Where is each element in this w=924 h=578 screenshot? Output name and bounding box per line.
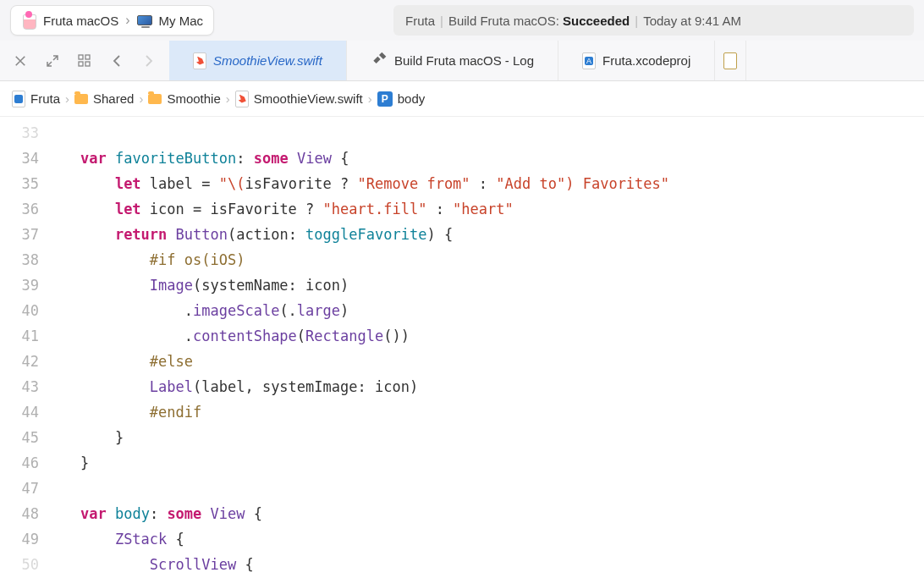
- line-number: 39: [0, 272, 46, 298]
- line-number: 36: [0, 196, 46, 222]
- chevron-right-icon: ›: [65, 91, 69, 106]
- property-icon: P: [377, 91, 393, 107]
- line-number: 33: [0, 120, 46, 146]
- close-icon[interactable]: [12, 52, 29, 69]
- code-line[interactable]: [46, 476, 924, 501]
- breadcrumb-file[interactable]: SmoothieView.swift: [254, 91, 363, 106]
- svg-rect-3: [85, 62, 90, 66]
- line-number: 48: [0, 501, 46, 526]
- status-build-label: Build Fruta macOS:: [448, 14, 559, 28]
- expand-icon[interactable]: [44, 52, 61, 69]
- swift-file-icon: [235, 91, 249, 107]
- line-number: 37: [0, 222, 46, 247]
- toolbar: Fruta macOS › My Mac Fruta | Build Fruta…: [0, 0, 924, 41]
- line-number: 35: [0, 171, 46, 196]
- chevron-right-icon: ›: [368, 91, 372, 106]
- scheme-name: Fruta macOS: [43, 14, 118, 28]
- activity-status[interactable]: Fruta | Build Fruta macOS: Succeeded | T…: [393, 5, 914, 36]
- code-line[interactable]: var body: some View {: [46, 501, 924, 526]
- separator: |: [440, 14, 443, 28]
- code-area[interactable]: var favoriteButton: some View { let labe…: [46, 117, 924, 578]
- status-app: Fruta: [405, 14, 435, 28]
- tab-label: SmoothieView.swift: [213, 53, 322, 68]
- mac-icon: [137, 15, 152, 25]
- code-line[interactable]: Image(systemName: icon): [46, 272, 924, 298]
- code-line[interactable]: #if os(iOS): [46, 247, 924, 272]
- line-number: 42: [0, 349, 46, 374]
- forward-icon[interactable]: [140, 52, 157, 69]
- line-number: 43: [0, 374, 46, 399]
- tabs: SmoothieView.swift Build Fruta macOS - L…: [169, 41, 924, 80]
- code-line[interactable]: #else: [46, 349, 924, 374]
- chevron-right-icon: ›: [125, 13, 129, 28]
- document-icon: [723, 52, 737, 69]
- code-line[interactable]: ScrollView {: [46, 552, 924, 577]
- line-number: 34: [0, 146, 46, 171]
- code-line[interactable]: ZStack {: [46, 526, 924, 552]
- breadcrumb-folder-shared[interactable]: Shared: [93, 91, 134, 106]
- xcodeproj-icon: [582, 52, 596, 69]
- status-time: Today at 9:41 AM: [643, 14, 741, 28]
- tab-label: Build Fruta macOS - Log: [394, 53, 534, 68]
- grid-icon[interactable]: [76, 52, 93, 69]
- tab-project[interactable]: Fruta.xcodeproj: [558, 41, 715, 80]
- tab-label: Fruta.xcodeproj: [602, 53, 690, 68]
- breadcrumb-folder-smoothie[interactable]: Smoothie: [167, 91, 220, 106]
- svg-rect-2: [79, 62, 83, 66]
- code-line[interactable]: let icon = isFavorite ? "heart.fill" : "…: [46, 196, 924, 222]
- breadcrumb-symbol[interactable]: body: [398, 91, 426, 106]
- line-number: 41: [0, 323, 46, 349]
- breadcrumb: Fruta › Shared › Smoothie › SmoothieView…: [0, 81, 924, 117]
- project-icon: [12, 91, 25, 107]
- code-line[interactable]: var favoriteButton: some View {: [46, 146, 924, 171]
- tab-controls: [0, 52, 169, 69]
- line-number: 47: [0, 476, 46, 501]
- code-line[interactable]: return Button(action: toggleFavorite) {: [46, 222, 924, 247]
- tab-bar: SmoothieView.swift Build Fruta macOS - L…: [0, 41, 924, 81]
- line-number: 49: [0, 526, 46, 552]
- svg-rect-1: [85, 55, 90, 59]
- code-line[interactable]: Label(label, systemImage: icon): [46, 374, 924, 399]
- back-icon[interactable]: [108, 52, 125, 69]
- line-number: 45: [0, 425, 46, 450]
- line-number: 40: [0, 298, 46, 323]
- breadcrumb-root[interactable]: Fruta: [30, 91, 60, 106]
- folder-icon: [148, 94, 162, 104]
- tab-overflow[interactable]: [715, 41, 746, 80]
- code-line[interactable]: .contentShape(Rectangle()): [46, 323, 924, 349]
- code-line[interactable]: }: [46, 425, 924, 450]
- target-name: My Mac: [159, 14, 204, 28]
- code-line[interactable]: [46, 120, 924, 146]
- hammer-icon: [371, 51, 388, 70]
- status-result: Succeeded: [563, 14, 630, 28]
- svg-rect-0: [79, 55, 83, 59]
- code-line[interactable]: .imageScale(.large): [46, 298, 924, 323]
- line-number: 50: [0, 552, 46, 577]
- code-editor[interactable]: 333435363738394041424344454647484950 var…: [0, 117, 924, 578]
- code-line[interactable]: #endif: [46, 399, 924, 425]
- line-number: 44: [0, 399, 46, 425]
- folder-icon: [74, 94, 88, 104]
- line-number: 38: [0, 247, 46, 272]
- line-gutter: 333435363738394041424344454647484950: [0, 117, 46, 578]
- line-number: 46: [0, 450, 46, 476]
- swift-file-icon: [193, 52, 206, 69]
- code-line[interactable]: }: [46, 450, 924, 476]
- scheme-selector[interactable]: Fruta macOS › My Mac: [10, 5, 214, 36]
- code-line[interactable]: let label = "\(isFavorite ? "Remove from…: [46, 171, 924, 196]
- chevron-right-icon: ›: [139, 91, 143, 106]
- tab-build-log[interactable]: Build Fruta macOS - Log: [347, 41, 558, 80]
- separator: |: [635, 14, 638, 28]
- chevron-right-icon: ›: [226, 91, 230, 106]
- app-icon: [21, 11, 36, 30]
- tab-smoothieview[interactable]: SmoothieView.swift: [169, 41, 347, 80]
